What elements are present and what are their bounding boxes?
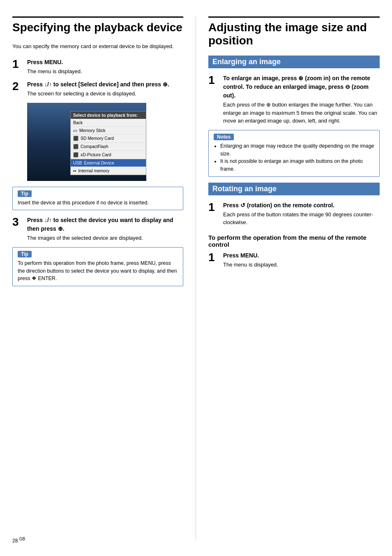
menu-item-xd: ⬛ xD-Picture Card	[71, 151, 146, 159]
rotate-step-1-content: Press ↺ (rotation) on the remote control…	[223, 201, 380, 227]
step-1-title: Press MENU.	[27, 58, 183, 67]
menu-item-sd: ⬛ SD Memory Card	[71, 134, 146, 143]
menu-item-cf: ⬛ CompactFlash	[71, 143, 146, 151]
enlarge-step-1-number: 1	[208, 74, 223, 87]
right-column: Adjusting the image size and position En…	[196, 16, 380, 540]
remote-step-1: 1 Press MENU. The menu is displayed.	[208, 251, 380, 269]
step-2-title: Press ↓/↑ to select [Select device] and …	[27, 80, 183, 89]
cf-icon: ⬛	[73, 144, 78, 149]
tip-text-2: To perform this operation from the photo…	[18, 259, 178, 283]
step-2-content: Press ↓/↑ to select [Select device] and …	[27, 80, 183, 98]
tip-label-1: Tip	[18, 190, 32, 197]
step-3: 3 Press ↓/↑ to select the device you wan…	[12, 216, 183, 242]
ms-icon: ▭	[73, 128, 77, 133]
menu-item-mem: ▪▪ Internal memory	[71, 167, 146, 175]
step-2-number: 2	[12, 80, 27, 93]
menu-item-ms: ▭ Memory Stick	[71, 127, 146, 134]
mem-icon: ▪▪	[73, 168, 76, 173]
remote-step-1-content: Press MENU. The menu is displayed.	[223, 251, 380, 269]
usb-icon: USB	[73, 160, 82, 165]
enlarging-title: Enlarging an image	[208, 56, 380, 68]
xd-label: xD-Picture Card	[81, 152, 111, 157]
step-3-content: Press ↓/↑ to select the device you want …	[27, 216, 183, 242]
screen-image: Select device to playback from: Back ▭ M…	[27, 103, 146, 181]
menu-title: Select device to playback from:	[71, 111, 146, 119]
step-1-content: Press MENU. The menu is displayed.	[27, 58, 183, 76]
back-label: Back	[73, 120, 83, 125]
note-item-2: It is not possible to enlarge an image w…	[220, 158, 374, 173]
step-2: 2 Press ↓/↑ to select [Select device] an…	[12, 80, 183, 98]
notes-text: Enlarging an image may reduce the qualit…	[214, 142, 374, 173]
rotate-step-1-desc: Each press of the button rotates the ima…	[223, 211, 380, 227]
tip-label-2: Tip	[18, 251, 32, 257]
left-intro: You can specify the memory card or exter…	[12, 42, 183, 51]
left-title: Specifying the playback device	[12, 16, 183, 34]
step-1: 1 Press MENU. The menu is displayed.	[12, 58, 183, 76]
notes-label: Notes	[214, 134, 234, 140]
right-title: Adjusting the image size and position	[208, 16, 380, 47]
xd-icon: ⬛	[73, 152, 78, 158]
tip-box-1: Tip Insert the device at this procedure …	[12, 187, 183, 211]
remote-step-1-desc: The menu is displayed.	[223, 261, 380, 269]
mem-label: Internal memory	[78, 168, 109, 173]
tip-box-2: Tip To perform this operation from the p…	[12, 247, 183, 286]
step-2-desc: The screen for selecting a device is dis…	[27, 90, 183, 98]
sd-label: SD Memory Card	[81, 136, 114, 141]
step-3-number: 3	[12, 216, 27, 229]
step-1-number: 1	[12, 58, 27, 71]
page-number: 28	[12, 538, 19, 544]
step-1-desc: The menu is displayed.	[27, 67, 183, 76]
enlarge-step-1-desc: Each press of the ⊕ button enlarges the …	[223, 101, 380, 125]
rotate-step-1-number: 1	[208, 201, 223, 214]
locale: GB	[19, 537, 25, 541]
menu-item-usb: USB External Device	[71, 159, 146, 167]
remote-step-1-number: 1	[208, 251, 223, 264]
note-item-1: Enlarging an image may reduce the qualit…	[220, 142, 374, 158]
enlarge-step-1-title: To enlarge an image, press ⊕ (zoom in) o…	[223, 74, 380, 100]
tip-text-1: Insert the device at this procedure if n…	[18, 199, 178, 207]
sd-icon: ⬛	[73, 136, 78, 141]
rotate-step-1-title: Press ↺ (rotation) on the remote control…	[223, 201, 380, 210]
usb-label: External Device	[84, 160, 115, 165]
menu-item-back: Back	[71, 119, 146, 127]
notes-box: Notes Enlarging an image may reduce the …	[208, 130, 380, 177]
remote-step-1-title: Press MENU.	[223, 251, 380, 260]
left-column: Specifying the playback device You can s…	[12, 16, 196, 540]
rotating-title: Rotating an image	[208, 183, 380, 195]
ms-label: Memory Stick	[79, 128, 106, 133]
step-3-desc: The images of the selected device are di…	[27, 234, 183, 242]
remote-menu-title: To perform the operation from the menu o…	[208, 234, 380, 248]
page-footer: 28 GB	[12, 537, 25, 544]
device-menu: Select device to playback from: Back ▭ M…	[70, 111, 146, 175]
enlarge-step-1-content: To enlarge an image, press ⊕ (zoom in) o…	[223, 74, 380, 125]
enlarge-step-1: 1 To enlarge an image, press ⊕ (zoom in)…	[208, 74, 380, 125]
step-3-title: Press ↓/↑ to select the device you want …	[27, 216, 183, 233]
rotate-step-1: 1 Press ↺ (rotation) on the remote contr…	[208, 201, 380, 227]
cf-label: CompactFlash	[81, 144, 108, 149]
